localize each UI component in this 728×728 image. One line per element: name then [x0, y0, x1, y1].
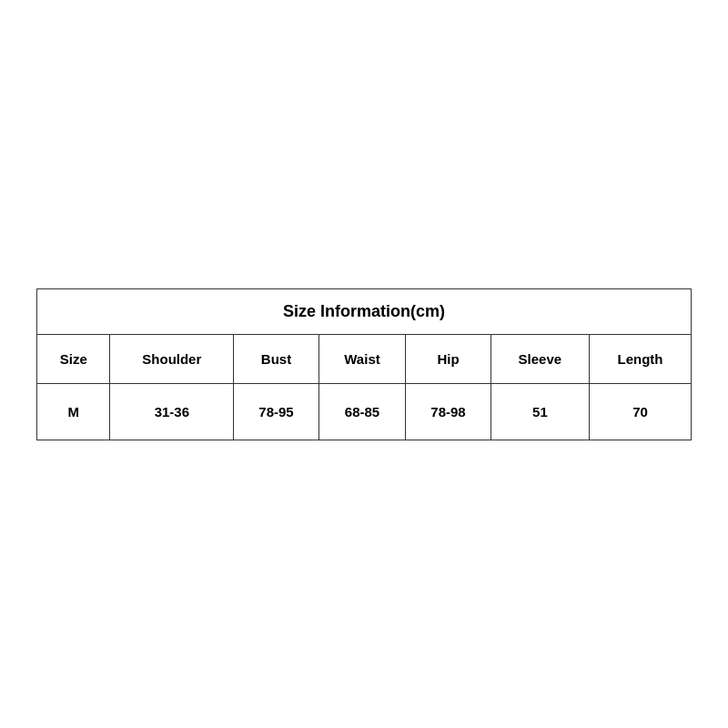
cell-length: 70	[589, 383, 691, 440]
table-row: M 31-36 78-95 68-85 78-98 51 70	[37, 383, 692, 440]
cell-size: M	[37, 383, 110, 440]
col-header-hip: Hip	[406, 334, 491, 383]
col-header-sleeve: Sleeve	[490, 334, 589, 383]
col-header-size: Size	[37, 334, 110, 383]
cell-shoulder: 31-36	[110, 383, 234, 440]
col-header-shoulder: Shoulder	[110, 334, 234, 383]
page-wrapper: Size Information(cm) Size Shoulder Bust …	[0, 0, 728, 728]
cell-bust: 78-95	[234, 383, 319, 440]
size-table: Size Information(cm) Size Shoulder Bust …	[36, 288, 692, 440]
cell-waist: 68-85	[318, 383, 405, 440]
cell-hip: 78-98	[406, 383, 491, 440]
col-header-waist: Waist	[318, 334, 405, 383]
col-header-bust: Bust	[234, 334, 319, 383]
col-header-length: Length	[589, 334, 691, 383]
title-row: Size Information(cm)	[37, 288, 692, 334]
table-title: Size Information(cm)	[37, 288, 692, 334]
cell-sleeve: 51	[490, 383, 589, 440]
header-row: Size Shoulder Bust Waist Hip Sleeve Leng…	[37, 334, 692, 383]
table-container: Size Information(cm) Size Shoulder Bust …	[36, 288, 692, 440]
